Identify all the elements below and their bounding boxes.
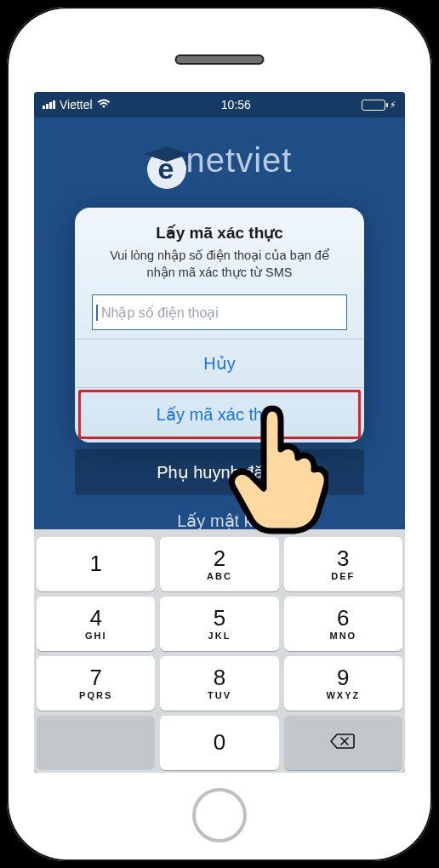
key-2[interactable]: 2ABC <box>160 537 278 591</box>
key-3[interactable]: 3DEF <box>284 537 402 591</box>
key-backspace[interactable] <box>284 716 402 770</box>
status-bar: Viettel 10:56 ⚡︎ <box>34 92 405 117</box>
logo-badge: e <box>147 150 186 189</box>
backspace-icon <box>330 733 356 753</box>
key-6[interactable]: 6MNO <box>284 597 402 651</box>
key-1[interactable]: 1 <box>37 537 155 591</box>
modal-title: Lấy mã xác thực <box>75 223 364 243</box>
svg-marker-0 <box>144 146 190 162</box>
key-9[interactable]: 9WXYZ <box>284 656 402 711</box>
wifi-icon <box>97 98 111 111</box>
key-5[interactable]: 5JKL <box>160 597 278 651</box>
battery-icon <box>362 100 385 111</box>
phone-placeholder: Nhập số điện thoại <box>101 306 219 320</box>
charging-icon: ⚡︎ <box>390 100 396 111</box>
key-0[interactable]: 0 <box>160 716 278 770</box>
graduation-cap-icon <box>144 146 190 165</box>
clock: 10:56 <box>221 98 251 111</box>
modal-message: Vui lòng nhập số điện thoại của bạn để n… <box>75 248 364 281</box>
key-blank <box>37 716 155 770</box>
carrier-label: Viettel <box>60 98 93 111</box>
phone-frame: Viettel 10:56 ⚡︎ e netviet <box>7 7 432 861</box>
pointer-hand-icon <box>226 403 328 534</box>
signal-icon <box>43 100 55 109</box>
key-8[interactable]: 8TUV <box>160 656 278 711</box>
screen: Viettel 10:56 ⚡︎ e netviet <box>34 92 405 773</box>
app-logo: e netviet <box>34 141 405 189</box>
phone-speaker <box>175 54 265 65</box>
key-4[interactable]: 4GHI <box>37 597 155 651</box>
cancel-button[interactable]: Hủy <box>75 340 364 387</box>
phone-input[interactable]: Nhập số điện thoại <box>92 294 347 330</box>
key-7[interactable]: 7PQRS <box>37 656 155 711</box>
numeric-keypad: 1 2ABC 3DEF 4GHI 5JKL 6MNO 7PQRS 8TUV 9W… <box>34 529 405 773</box>
home-button[interactable] <box>192 788 247 842</box>
